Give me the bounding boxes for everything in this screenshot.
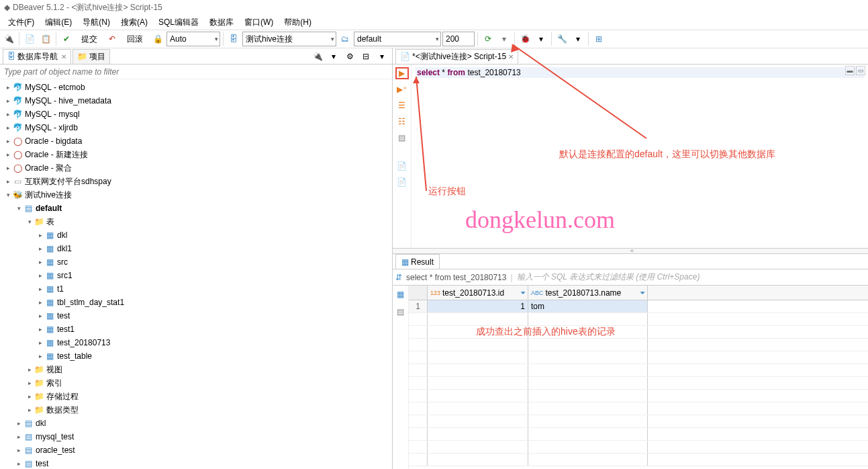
auto-combo[interactable]: Auto▾ [166, 32, 220, 46]
stop-button[interactable]: ▾ [497, 32, 512, 46]
column-header-name[interactable]: ABC test_20180713.name ⏷ [528, 286, 648, 300]
result-filter-hint[interactable]: 输入一个 SQL 表达式来过滤结果 (使用 Ctrl+Space) [517, 271, 700, 283]
tree-table[interactable]: ▸▦src1 [0, 269, 392, 282]
tree-connection[interactable]: ▸🐬MySQL - etcmob [0, 81, 392, 94]
commit-button[interactable]: 提交 [75, 32, 103, 46]
new-sql-button[interactable]: 📄 [22, 32, 37, 46]
tree-schema[interactable]: ▸▤test [0, 457, 392, 469]
rollback-button[interactable]: 回滚 [121, 32, 149, 46]
rollback-icon[interactable]: ↶ [105, 32, 119, 46]
schema-combo[interactable]: default▾ [354, 32, 441, 46]
explain-button[interactable]: ☷ [395, 116, 409, 128]
maximize-button[interactable]: ▭ [856, 66, 865, 75]
grid-row[interactable]: 1 1 tom [409, 300, 868, 313]
tool-button-3[interactable]: 🔧 [554, 32, 569, 46]
tree-indexes-folder[interactable]: ▸📁索引 [0, 376, 392, 390]
tree-tables-folder[interactable]: ▾📁表 [0, 215, 392, 228]
result-tab[interactable]: ▦ Result [395, 254, 440, 269]
cell-id[interactable]: 1 [428, 300, 528, 312]
title-bar: ◆ DBeaver 5.1.2 - <测试hive连接> Script-15 [0, 0, 868, 15]
tree-schema[interactable]: ▸▤mysql_test [0, 430, 392, 443]
execute-script-button[interactable]: ▶⁺ [395, 83, 409, 95]
menu-search[interactable]: 搜索(A) [115, 15, 153, 30]
tree-connection-hive[interactable]: ▾🐝测试hive连接 [0, 188, 392, 202]
close-icon[interactable]: ✕ [61, 53, 66, 60]
nav-collapse-button[interactable]: ⊟ [358, 49, 373, 64]
annotation-schema: 默认是连接配置的default，这里可以切换其他数据库 [559, 148, 775, 161]
grid-gutter: ▦ ▤ [393, 286, 409, 469]
tree-connection[interactable]: ▸▭互联网支付平台sdhspay [0, 175, 392, 188]
result-tabs: ▦ Result [393, 253, 868, 269]
filter-icon[interactable]: ⇵ [395, 273, 402, 282]
save-button[interactable]: 📄 [395, 160, 409, 172]
history-button[interactable]: ▤ [395, 132, 409, 144]
tree-schema[interactable]: ▾▤default [0, 202, 392, 215]
tree-procedures-folder[interactable]: ▸📁存储过程 [0, 390, 392, 403]
database-tree[interactable]: ▸🐬MySQL - etcmob ▸🐬MySQL - hive_metadata… [0, 79, 392, 469]
tree-connection[interactable]: ▸🐬MySQL - xljrdb [0, 121, 392, 134]
grid-corner[interactable] [409, 286, 428, 300]
editor-tabs: 📄 *<测试hive连接> Script-15 ✕ [393, 48, 868, 65]
menu-database[interactable]: 数据库 [204, 15, 239, 30]
menu-sql[interactable]: SQL编辑器 [153, 15, 204, 30]
column-filter-icon[interactable]: ⏷ [640, 290, 646, 296]
connection-combo[interactable]: 测试hive连接▾ [242, 32, 336, 46]
column-header-id[interactable]: 123 test_20180713.id ⏷ [428, 286, 528, 300]
tool-button-5[interactable]: ⊞ [591, 32, 606, 46]
tree-table[interactable]: ▸▦test [0, 309, 392, 323]
tool-button-2[interactable]: ▾ [534, 32, 548, 46]
tool-button-1[interactable]: 🐞 [518, 32, 532, 46]
recent-sql-button[interactable]: 📋 [38, 32, 53, 46]
nav-config-button[interactable]: ⚙ [342, 49, 357, 64]
tree-table[interactable]: ▸▦src [0, 255, 392, 269]
tx-mode-button[interactable]: 🔒 [150, 32, 165, 46]
nav-menu-button[interactable]: ▾ [375, 49, 389, 64]
tree-schema[interactable]: ▸▤oracle_test [0, 443, 392, 457]
tree-table[interactable]: ▸▦t1 [0, 282, 392, 296]
tree-connection[interactable]: ▸🐬MySQL - mysql [0, 108, 392, 121]
text-mode-button[interactable]: ▤ [393, 304, 408, 319]
nav-link-button[interactable]: ▾ [326, 49, 341, 64]
menu-file[interactable]: 文件(F) [3, 15, 40, 30]
menu-window[interactable]: 窗口(W) [239, 15, 279, 30]
refresh-button[interactable]: ⟳ [481, 32, 495, 46]
grid-mode-button[interactable]: ▦ [393, 287, 408, 302]
tree-datatypes-folder[interactable]: ▸📁数据类型 [0, 403, 392, 417]
filter-input[interactable] [0, 65, 392, 79]
execute-button[interactable]: ▶ [395, 67, 409, 79]
sql-text: * [440, 68, 447, 77]
minimize-button[interactable]: ▬ [845, 66, 855, 75]
new-connection-button[interactable]: 🔌 [1, 32, 16, 46]
commit-icon[interactable]: ✔ [59, 32, 74, 46]
editor-tab[interactable]: 📄 *<测试hive连接> Script-15 ✕ [395, 49, 518, 64]
menu-help[interactable]: 帮助(H) [279, 15, 317, 30]
tree-table[interactable]: ▸▦dkl [0, 228, 392, 242]
tree-schema[interactable]: ▸▤dkl [0, 417, 392, 430]
tree-connection[interactable]: ▸🐬MySQL - hive_metadata [0, 94, 392, 108]
close-icon[interactable]: ✕ [508, 53, 514, 60]
tree-table[interactable]: ▸▦dkl1 [0, 242, 392, 255]
tree-table[interactable]: ▸▦tbl_stlm_day_stat1 [0, 296, 392, 309]
nav-new-button[interactable]: 🔌 [310, 49, 325, 64]
cell-name[interactable]: tom [528, 300, 648, 312]
tree-connection[interactable]: ▸◯Oracle - bigdata [0, 134, 392, 148]
execute-new-tab-button[interactable]: ☰ [395, 99, 409, 112]
sql-editor[interactable]: select * from test_20180713 运行按钮 默认是连接配置… [412, 65, 868, 248]
menu-edit[interactable]: 编辑(E) [40, 15, 77, 30]
menu-navigate[interactable]: 导航(N) [77, 15, 115, 30]
tool-button-4[interactable]: ▾ [571, 32, 585, 46]
tree-connection[interactable]: ▸◯Oracle - 新建连接 [0, 148, 392, 161]
annotation-run: 运行按钮 [428, 185, 466, 198]
tab-project-label: 项目 [89, 51, 105, 62]
tree-table[interactable]: ▸▦test_20180713 [0, 336, 392, 349]
limit-input[interactable]: 200 [442, 32, 475, 46]
tab-database-navigator[interactable]: 🗄 数据库导航 ✕ [3, 49, 71, 64]
tree-table[interactable]: ▸▦test1 [0, 323, 392, 336]
column-label: test_20180713.name [546, 288, 622, 298]
tree-connection[interactable]: ▸◯Oracle - 聚合 [0, 161, 392, 175]
column-filter-icon[interactable]: ⏷ [520, 290, 526, 296]
tree-views-folder[interactable]: ▸📁视图 [0, 363, 392, 376]
tree-table[interactable]: ▸▦test_table [0, 349, 392, 363]
tab-project[interactable]: 📁 项目 [73, 49, 110, 64]
load-button[interactable]: 📄 [395, 176, 409, 188]
